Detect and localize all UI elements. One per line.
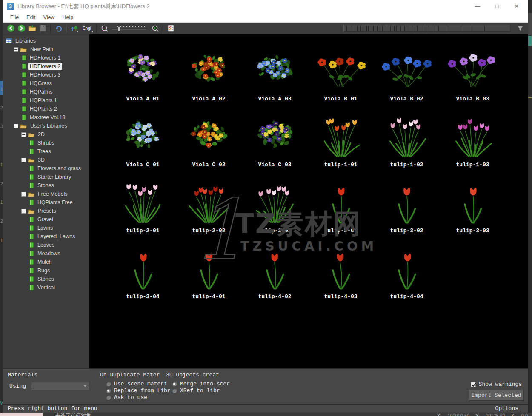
thumbnail-item-tulip-3-04[interactable]: tulip-3-04 [110, 243, 176, 309]
sidebar-item-rugs[interactable]: Rugs [3, 266, 89, 275]
thumbnail-item-viola_a_03[interactable]: Viola_A_03 [242, 45, 308, 111]
materials-using-dropdown[interactable] [31, 382, 89, 390]
thumbnail-item-tulip-1-01[interactable]: tulip-1-01 [308, 111, 374, 177]
sidebar-item-libraries[interactable]: Libraries [3, 37, 89, 45]
filter-button[interactable] [515, 24, 525, 33]
thumbnail-item-tulip-3-03[interactable]: tulip-3-03 [440, 177, 506, 243]
radio-option-use-scene-materi[interactable]: Use scene materi [106, 381, 174, 387]
histogram-tick [408, 26, 408, 31]
thumbnail-item-tulip-2-01[interactable]: tulip-2-01 [110, 177, 176, 243]
slider-handle[interactable] [118, 27, 120, 31]
sidebar-item-lawns[interactable]: Lawns [3, 224, 89, 232]
zoom-out-button[interactable] [100, 24, 109, 33]
open-library-button[interactable] [28, 24, 37, 33]
sidebar-item-stones[interactable]: Stones [3, 181, 89, 190]
radio-option-merge-into-scer[interactable]: Merge into scer [172, 381, 230, 387]
thumbnail-item-viola_a_02[interactable]: Viola_A_02 [176, 45, 242, 111]
thumbnail-item-tulip-3-01[interactable]: tulip-3-01 [308, 177, 374, 243]
thumbnail-item-viola_b_03[interactable]: Viola_B_03 [440, 45, 506, 111]
thumbnail-item-tulip-4-02[interactable]: tulip-4-02 [242, 243, 308, 309]
sidebar-item-label: Flowers and grass [36, 165, 83, 172]
thumbnail-item-viola_c_02[interactable]: Viola_C_02 [176, 111, 242, 177]
library-usage-histogram[interactable] [343, 25, 510, 32]
sidebar-item-hdflowers-1[interactable]: HDFlowers 1 [3, 54, 89, 62]
histogram-tick [368, 26, 369, 31]
menu-edit[interactable]: Edit [23, 14, 40, 21]
collapse-toggle-icon[interactable] [14, 124, 18, 128]
sidebar-item-hqplants-1[interactable]: HQPlants 1 [3, 96, 89, 105]
thumbnail-item-tulip-3-02[interactable]: tulip-3-02 [374, 177, 440, 243]
thumbnail-item-tulip-4-03[interactable]: tulip-4-03 [308, 243, 374, 309]
checklist-button[interactable] [166, 24, 175, 33]
sidebar-item-mulch[interactable]: Mulch [3, 258, 89, 266]
library-book-icon [29, 165, 34, 171]
sidebar-item-hqpalms[interactable]: HQPalms [3, 88, 89, 96]
thumbnail-item-tulip-1-02[interactable]: tulip-1-02 [374, 111, 440, 177]
menu-file[interactable]: File [7, 14, 23, 21]
sidebar-item-hqplants-2[interactable]: HQPlants 2 [3, 105, 89, 113]
thumbnail-item-viola_b_02[interactable]: Viola_B_02 [374, 45, 440, 111]
on-duplicate-title: On Duplicate Mater [100, 372, 174, 378]
sidebar-item-new-path[interactable]: New Path [3, 45, 89, 54]
sidebar-item-hqgrass[interactable]: HQGrass [3, 79, 89, 88]
forward-button[interactable] [17, 24, 26, 33]
sidebar-item-hqplants-free[interactable]: HQPlants Free [3, 198, 89, 207]
sidebar-item-2d[interactable]: 2D [3, 130, 89, 139]
save-button[interactable] [38, 24, 47, 33]
sidebar-item-label: Maxtree Vol.18 [28, 114, 67, 121]
sort-tree-button[interactable] [70, 24, 79, 33]
language-label: Engl [83, 26, 91, 31]
thumbnail-item-tulip-4-04[interactable]: tulip-4-04 [374, 243, 440, 309]
sidebar-item-maxtree-vol-18[interactable]: Maxtree Vol.18 [3, 113, 89, 122]
sidebar-item-shrubs[interactable]: Shrubs [3, 139, 89, 147]
sidebar-item-hdflowers-2[interactable]: HDFlowers 2 [3, 62, 89, 71]
sidebar-item-vertical[interactable]: Vertical [3, 283, 89, 292]
sidebar-item-label: Shrubs [36, 140, 56, 146]
sidebar-item-user-s-libraries[interactable]: User's Libraries [3, 122, 89, 130]
collapse-toggle-icon[interactable] [21, 132, 26, 137]
collapse-toggle-icon[interactable] [21, 192, 26, 197]
menu-help[interactable]: Help [59, 14, 78, 21]
sidebar-item-starter-library[interactable]: Starter Library [3, 173, 89, 181]
histogram-tick [484, 26, 485, 31]
collapse-toggle-icon[interactable] [21, 158, 26, 162]
radio-option-xref-to-libr[interactable]: XRef to libr [172, 388, 230, 393]
maximize-button[interactable]: □ [494, 3, 501, 10]
zoom-in-button[interactable] [151, 24, 160, 33]
language-button[interactable]: Engl [80, 24, 93, 33]
sidebar-item-trees[interactable]: Trees [3, 147, 89, 156]
sidebar-item-free-models[interactable]: Free Models [3, 190, 89, 198]
sidebar-item-hdflowers-3[interactable]: HDFlowers 3 [3, 71, 89, 79]
sidebar-item-flowers-and-grass[interactable]: Flowers and grass [3, 164, 89, 173]
options-link[interactable]: Options [495, 405, 518, 412]
histogram-tick [400, 26, 401, 31]
radio-option-replace-from-libr-[interactable]: Replace from Libr: [106, 388, 174, 393]
collapse-toggle-icon[interactable] [21, 209, 26, 214]
collapse-toggle-icon[interactable] [14, 47, 18, 52]
thumbnail-item-tulip-2-03[interactable]: tulip-2-03 [242, 177, 308, 243]
close-button[interactable]: ✕ [513, 3, 520, 10]
thumbnail-item-viola_c_03[interactable]: Viola_C_03 [242, 111, 308, 177]
minimize-button[interactable]: — [474, 3, 481, 10]
sidebar-item-3d[interactable]: 3D [3, 156, 89, 164]
thumbnail-size-slider[interactable] [112, 25, 148, 32]
flower-thumbnail-image [309, 45, 373, 95]
show-warnings-checkbox[interactable]: Show warnings [471, 381, 522, 388]
thumbnail-item-tulip-2-02[interactable]: tulip-2-02 [176, 177, 242, 243]
refresh-button[interactable] [54, 24, 63, 33]
thumbnail-item-tulip-4-01[interactable]: tulip-4-01 [176, 243, 242, 309]
thumbnail-item-viola_b_01[interactable]: Viola_B_01 [308, 45, 374, 111]
menu-view[interactable]: View [40, 14, 59, 21]
thumbnail-item-viola_c_01[interactable]: Viola_C_01 [110, 111, 176, 177]
sidebar-item-gravel[interactable]: Gravel [3, 215, 89, 224]
thumbnail-item-viola_a_01[interactable]: Viola_A_01 [110, 45, 176, 111]
back-button[interactable] [6, 24, 15, 33]
sidebar-item-presets[interactable]: Presets [3, 207, 89, 215]
sidebar-item-stones[interactable]: Stones [3, 275, 89, 283]
sidebar-item-meadows[interactable]: Meadows [3, 249, 89, 258]
sidebar-item-leaves[interactable]: Leaves [3, 241, 89, 249]
sidebar-item-layered-lawns[interactable]: Layered_Lawns [3, 232, 89, 241]
import-selected-button[interactable]: Import Selected [469, 390, 524, 401]
thumbnail-item-tulip-1-03[interactable]: tulip-1-03 [440, 111, 506, 177]
radio-option-ask-to-use[interactable]: Ask to use [106, 395, 174, 400]
